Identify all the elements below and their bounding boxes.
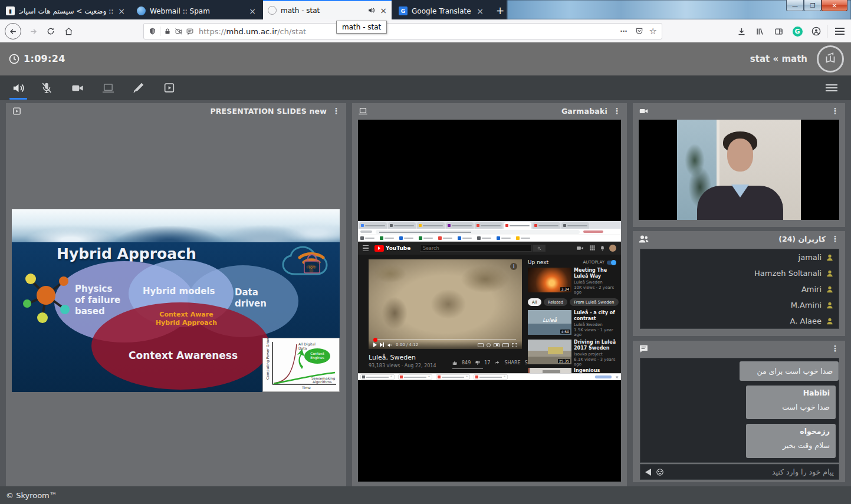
dislike-icon [475,360,480,365]
tab-hotspot-status[interactable]: ▮ :: وضعیت > سیستم هات اسپات :: × [1,2,130,19]
like-icon [452,360,458,365]
forward-button[interactable] [25,23,41,39]
account-icon[interactable] [808,23,824,39]
lock-icon[interactable] [164,28,171,35]
dislike-count: 17 [484,360,490,365]
chat-message-input[interactable] [669,467,834,476]
screenshare-video: YouTube Search i [358,120,621,482]
tab-google-translate[interactable]: G Google Translate × [394,2,488,19]
shared-chrome-addressbar [358,229,621,235]
user-person-icon [826,253,834,262]
tab-title: :: وضعیت > سیستم هات اسپات :: [19,7,113,15]
presentation-panel-header: PRESENTATION SLIDES new ⋮ [6,103,346,118]
settings-gear-icon [487,343,491,347]
video-controls: 0:00 / 4:12 [369,341,522,349]
youtube-search-icon [533,245,546,252]
users-people-icon [639,235,649,243]
presentation-icon [12,106,22,116]
tab-math-stat-active[interactable]: math - stat × [263,0,392,19]
clock-icon [8,53,20,65]
autoplay-toggle [607,261,616,265]
whiteboard-brush-button[interactable] [130,79,147,97]
user-row[interactable]: A. Alaee [640,313,839,329]
library-icon[interactable] [751,23,768,39]
back-button[interactable] [5,23,21,39]
screenshare-panel: Garmabaki ⋮ [352,103,627,486]
webcam-menu-kebab-icon[interactable]: ⋮ [831,107,839,115]
university-logo [817,45,844,73]
home-button[interactable] [60,23,77,39]
video-progress-track [374,339,516,340]
user-row[interactable]: M.Amini [640,297,839,313]
shield-icon[interactable] [149,27,156,35]
menu-hamburger-icon[interactable] [832,23,848,39]
reload-button[interactable] [42,23,59,39]
tab-close-icon[interactable]: × [118,7,125,15]
tab-favicon-webmail-icon [137,6,146,15]
suggested-thumb-machines [528,368,571,373]
chat-message-author: Habibi [752,388,830,397]
screen-share-button[interactable] [99,79,117,97]
microphone-muted-button[interactable] [38,79,55,97]
next-icon [380,342,384,347]
new-tab-button[interactable]: + [493,4,507,18]
tab-title: Webmail :: Spam [150,7,244,15]
slide-label-physics: Physics of failure based [75,284,120,317]
pocket-icon[interactable] [635,27,643,35]
tab-close-icon[interactable]: × [380,6,387,15]
screenshare-presenter-name: Garmabaki [561,107,607,116]
screenshare-menu-kebab-icon[interactable]: ⋮ [613,107,621,115]
webcam-person [677,120,801,220]
suggested-video-2: Luleå 4:50 Luleå - a city of contrast Lu… [528,310,617,337]
presentation-button[interactable] [160,79,178,97]
page-actions-icon[interactable]: ⋯ [620,27,628,35]
youtube-apps-icon [590,245,595,251]
speaker-button[interactable] [9,79,27,97]
suggested-video-4: Ingenious Machines You Didn't Know... Qu… [528,368,617,373]
suggested-thumb-fire: 3:34 [528,268,571,292]
window-close-button[interactable]: ✕ [822,0,847,11]
grammarly-icon[interactable]: G [789,23,806,39]
chip-related: Related [544,298,568,306]
tab-webmail[interactable]: Webmail :: Spam × [132,2,261,19]
layout-menu-hamburger-icon[interactable] [823,79,840,97]
window-minimize-button[interactable]: — [786,0,804,11]
user-row[interactable]: jamali [640,249,839,265]
send-message-icon[interactable] [645,469,651,476]
presentation-panel: PRESENTATION SLIDES new ⋮ Hybrid Approac… [6,103,346,486]
chat-panel-header: ⋮ [633,341,845,356]
notification-message-icon[interactable] [186,28,194,35]
tab-close-icon[interactable]: × [249,7,256,15]
bookmark-star-icon[interactable]: ☆ [649,26,657,37]
chat-message-text: سلام وقت بخیر [752,441,830,450]
tab-favicon-translate-icon: G [399,6,408,15]
users-menu-kebab-icon[interactable]: ⋮ [831,235,839,243]
presentation-menu-kebab-icon[interactable]: ⋮ [332,107,340,115]
sidebar-toggle-icon[interactable] [770,23,787,39]
tab-audio-playing-icon[interactable] [367,6,375,14]
svg-text:Engines: Engines [310,355,324,360]
filter-chips: All Related From Luleå Sweden [528,298,619,306]
user-row[interactable]: Amiri [640,281,839,297]
url-bar[interactable]: https://mhd.um.ac.ir/ch/stat ⋯ ☆ [143,23,662,39]
downloads-icon[interactable] [733,23,750,39]
shared-chrome-downloads-bar: ⌃ ⌃ ⌃ ⌃ × [358,373,621,380]
user-row[interactable]: Hamzeh Soltanali [640,265,839,281]
play-icon [373,342,377,347]
like-ratio-bar [452,368,483,369]
theater-icon [502,343,509,347]
downloads-bar-close-icon: × [615,375,619,380]
emoji-smiley-icon[interactable] [656,468,664,476]
suggested-video-1: 3:34 Meeting The Luleå Way Luleå Sweden … [528,268,617,295]
camera-blocked-icon[interactable] [175,28,183,35]
chat-message-text: صدا خوب است [752,403,830,411]
miniplayer-icon [494,343,500,347]
chat-menu-kebab-icon[interactable]: ⋮ [831,344,839,353]
window-restore-button[interactable]: ❐ [804,0,822,11]
tab-close-icon[interactable]: × [477,7,484,15]
youtube-player-map-video: i 0:00 / 4:12 [369,259,522,349]
webcam-video [639,120,839,220]
app-header: 1:09:24 stat « math [0,42,851,75]
webcam-button[interactable] [68,79,86,97]
users-panel: کاربران (24) ⋮ jamali Hamzeh Soltanali A… [633,231,845,336]
